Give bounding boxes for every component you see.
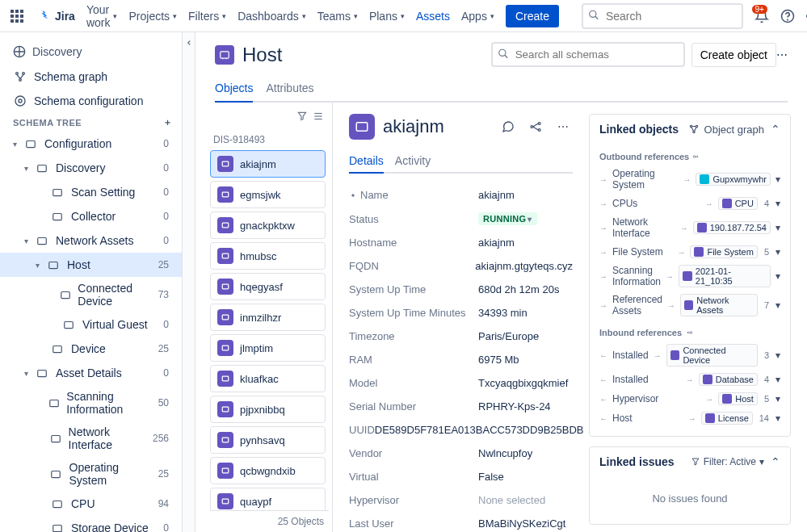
list-item[interactable]: inmzilhzr (210, 304, 326, 331)
tree-item-operating-system[interactable]: Operating System25 (0, 456, 182, 492)
tree-item-configuration[interactable]: ▾Configuration0 (0, 132, 182, 156)
tree-item-cpu[interactable]: CPU94 (0, 492, 182, 516)
list-item[interactable]: pjpxnibbq (210, 396, 326, 423)
list-item[interactable]: hqegyasf (210, 273, 326, 300)
chevron-icon[interactable]: ▾ (13, 140, 17, 149)
inbound-header[interactable]: Inbound references (599, 325, 780, 341)
sidebar-collapse-handle[interactable] (183, 32, 195, 532)
expand-icon[interactable]: ▾ (775, 393, 780, 404)
nav-apps[interactable]: Apps▾ (461, 10, 494, 23)
search-input[interactable] (582, 3, 743, 29)
ref-chip[interactable]: Connected Device (666, 344, 758, 367)
chevron-icon[interactable]: ▾ (36, 261, 40, 270)
kv-value[interactable]: False (478, 471, 573, 483)
detail-more-icon[interactable]: ⋯ (553, 117, 573, 136)
kv-value[interactable]: BMaBiNySKeziCgt (478, 517, 573, 530)
expand-icon[interactable]: ▾ (775, 300, 780, 311)
tree-item-asset-details[interactable]: ▾Asset Details0 (0, 361, 182, 385)
filter-active-dropdown[interactable]: Filter: Active▾ (691, 456, 764, 467)
tree-item-connected-device[interactable]: Connected Device73 (0, 277, 182, 312)
kv-value[interactable]: 680d 2h 12m 20s (478, 283, 573, 295)
expand-icon[interactable]: ▾ (775, 246, 780, 258)
tree-item-discovery[interactable]: ▾Discovery0 (0, 156, 182, 180)
list-item[interactable]: hmubsc (210, 242, 326, 270)
list-item[interactable]: kluafkac (210, 365, 326, 392)
view-list-icon[interactable] (313, 111, 324, 124)
nav-your-work[interactable]: Your work▾ (86, 3, 118, 29)
object-graph-button[interactable]: Object graph (688, 124, 764, 136)
detail-tab-details[interactable]: Details (349, 149, 384, 174)
schema-graph-link[interactable]: Schema graph (0, 65, 182, 89)
tree-item-virtual-guest[interactable]: Virtual Guest0 (0, 312, 182, 337)
expand-icon[interactable]: ▾ (775, 270, 780, 282)
schema-configuration-link[interactable]: Schema configuration (0, 89, 182, 113)
tree-item-host[interactable]: ▾Host25 (0, 253, 182, 277)
tree-item-scanning-information[interactable]: Scanning Information50 (0, 385, 182, 421)
create-object-button[interactable]: Create object (691, 43, 776, 67)
expand-icon[interactable]: ▾ (775, 198, 780, 209)
list-item[interactable]: qcbwgndxib (210, 457, 326, 484)
kv-value[interactable]: 6975 Mb (478, 354, 573, 366)
tab-attributes[interactable]: Attributes (266, 75, 313, 103)
jira-logo[interactable]: Jira (36, 9, 75, 23)
kv-value[interactable]: None selected (478, 494, 573, 506)
tree-item-device[interactable]: Device25 (0, 337, 182, 361)
ref-chip[interactable]: Gupxwmywhr (696, 173, 771, 186)
more-actions-icon[interactable]: ⋯ (776, 48, 788, 61)
tree-item-network-interface[interactable]: Network Interface256 (0, 421, 182, 456)
ref-chip[interactable]: Database (699, 373, 758, 386)
list-item[interactable]: jlmptim (210, 334, 326, 362)
workspace-selector[interactable]: Discovery (0, 39, 182, 65)
schema-search-input[interactable] (491, 42, 685, 67)
expand-icon[interactable]: ▾ (775, 174, 780, 185)
detail-tab-activity[interactable]: Activity (395, 149, 431, 174)
ref-chip[interactable]: 190.187.72.54 (693, 221, 771, 234)
kv-value[interactable]: Paris/Europe (478, 330, 573, 342)
chevron-icon[interactable]: ▾ (24, 237, 28, 245)
nav-projects[interactable]: Projects▾ (128, 10, 177, 23)
ref-chip[interactable]: Host (718, 392, 758, 405)
ref-chip[interactable]: Network Assets (680, 294, 758, 316)
notifications-icon[interactable]: 9+ (754, 3, 769, 29)
expand-icon[interactable]: ▾ (775, 350, 780, 361)
kv-value[interactable]: 34393 min (478, 307, 573, 319)
add-schema-icon[interactable]: ＋ (163, 116, 173, 128)
list-item[interactable]: gnackpktxw (210, 212, 326, 239)
list-item[interactable]: pynhsavq (210, 426, 326, 454)
outbound-header[interactable]: Outbound references (599, 149, 780, 165)
list-item[interactable]: egmsjwk (210, 181, 326, 208)
kv-value[interactable]: Txcyaqgbixgqkmief (478, 377, 573, 389)
linked-objects-header[interactable]: Linked objects Object graph ⌃ (590, 115, 790, 144)
tree-item-storage-device[interactable]: Storage Device0 (0, 516, 182, 532)
list-item[interactable]: akiajnm (210, 150, 326, 178)
tree-item-network-assets[interactable]: ▾Network Assets0 (0, 228, 182, 253)
chevron-icon[interactable]: ▾ (24, 164, 28, 173)
help-icon[interactable] (780, 3, 795, 29)
expand-icon[interactable]: ▾ (775, 374, 780, 385)
linked-issues-header[interactable]: Linked issues Filter: Active▾ ⌃ (590, 447, 790, 476)
kv-value[interactable]: RUNNING (478, 212, 573, 225)
feedback-icon[interactable] (498, 117, 518, 136)
network-icon[interactable] (526, 117, 545, 136)
kv-value[interactable]: RPHRY-Kps-24 (478, 400, 573, 413)
expand-icon[interactable]: ▾ (775, 413, 780, 424)
nav-dashboards[interactable]: Dashboards▾ (237, 10, 306, 23)
tree-item-scan-setting[interactable]: Scan Setting0 (0, 180, 182, 204)
chevron-icon[interactable]: ▾ (24, 369, 28, 378)
ref-chip[interactable]: File System (690, 245, 757, 258)
nav-plans[interactable]: Plans▾ (369, 10, 405, 23)
list-item[interactable]: quaypf (210, 488, 326, 510)
tab-objects[interactable]: Objects (215, 75, 253, 103)
nav-assets[interactable]: Assets (416, 10, 450, 23)
filter-icon[interactable] (296, 111, 308, 124)
kv-value[interactable]: akiajnm (478, 237, 573, 249)
create-button[interactable]: Create (506, 5, 559, 27)
app-switcher-icon[interactable] (10, 3, 24, 29)
ref-chip[interactable]: License (701, 412, 753, 425)
kv-value[interactable]: akiajnm (478, 189, 573, 201)
nav-filters[interactable]: Filters▾ (188, 10, 226, 23)
kv-value[interactable]: Nwlncupfoy (478, 447, 573, 459)
tree-item-collector[interactable]: Collector0 (0, 204, 182, 228)
ref-chip[interactable]: CPU (718, 197, 758, 210)
expand-icon[interactable]: ▾ (775, 222, 780, 233)
